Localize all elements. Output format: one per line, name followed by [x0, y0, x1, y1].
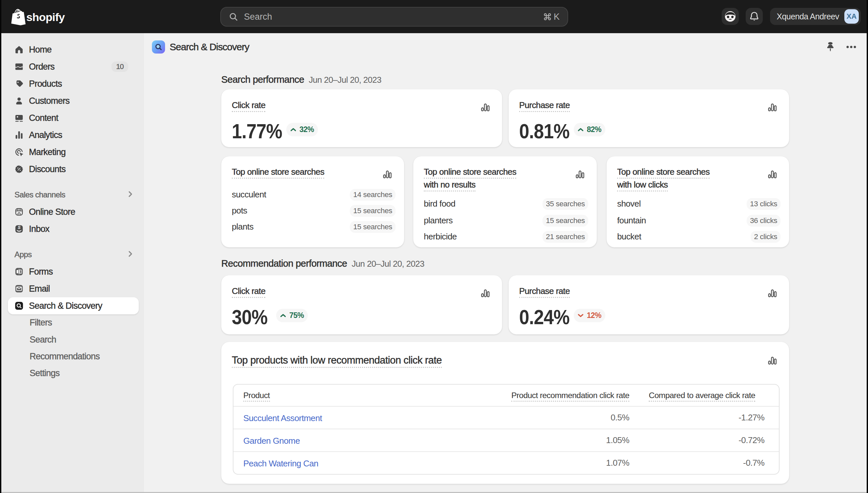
svg-text:S: S [18, 225, 21, 230]
